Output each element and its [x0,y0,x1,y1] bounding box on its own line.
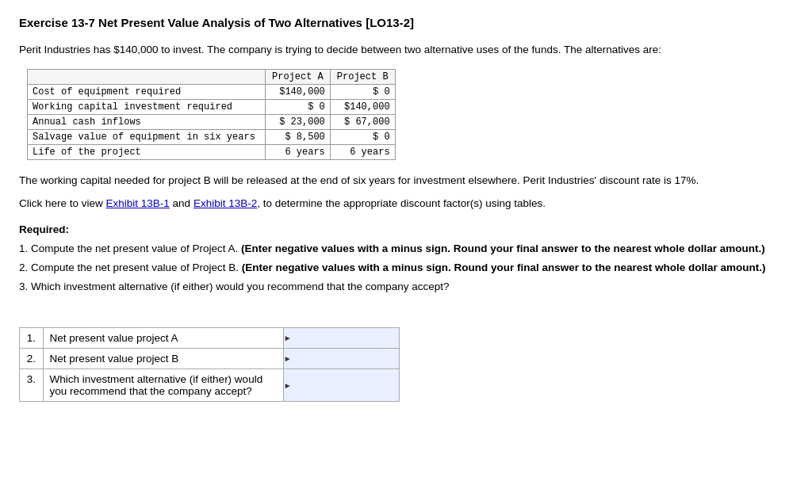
table-value-cell: $ 0 [330,85,395,100]
input-arrow-marker: ► [284,334,292,342]
question-1-bold: (Enter negative values with a minus sign… [241,242,765,254]
table-label-cell: Annual cash inflows [28,115,266,130]
question-2: 2. Compute the net present value of Proj… [19,258,793,277]
answer-row-label: Net present value project A [43,327,283,348]
exhibit-13b-1-link[interactable]: Exhibit 13B-1 [106,197,170,209]
answer-row-label: Which investment alternative (if either)… [43,368,283,401]
question-3: 3. Which investment alternative (if eith… [19,277,793,296]
table-value-cell: $ 23,000 [266,115,331,130]
working-capital-note: The working capital needed for project B… [19,173,793,189]
table-label-cell: Salvage value of equipment in six years [28,130,266,145]
intro-text: Perit Industries has $140,000 to invest.… [19,42,793,58]
table-label-cell: Cost of equipment required [28,85,266,100]
answer-table: 1.Net present value project A►2.Net pres… [19,327,400,402]
answer-input-2[interactable] [290,353,393,365]
data-table: Project A Project B Cost of equipment re… [27,69,396,160]
table-value-cell: $140,000 [266,85,331,100]
table-label-cell: Working capital investment required [28,100,266,115]
required-label: Required: [19,220,793,239]
table-value-cell: $ 0 [266,100,331,115]
page-container: Exercise 13-7 Net Present Value Analysis… [19,16,793,402]
col-header-project-a: Project A [266,70,331,85]
exhibit-13b-2-link[interactable]: Exhibit 13B-2 [193,197,257,209]
answer-input-cell[interactable]: ► [283,348,399,368]
question-2-bold: (Enter negative values with a minus sign… [242,262,766,273]
answer-row-num: 2. [20,348,44,368]
required-section: Required: 1. Compute the net present val… [19,220,793,297]
click-here-suffix: , to determine the appropriate discount … [257,197,546,209]
table-label-cell: Life of the project [28,145,266,160]
table-value-cell: $ 8,500 [266,130,331,145]
answer-row-num: 1. [20,327,44,348]
col-header-empty [28,70,266,85]
page-title: Exercise 13-7 Net Present Value Analysis… [19,16,793,29]
question-1-prefix: 1. Compute the net present value of Proj… [19,242,241,254]
input-arrow-marker: ► [284,380,292,389]
answer-row-label: Net present value project B [43,348,283,368]
table-value-cell: $ 0 [330,130,395,145]
input-arrow-marker: ► [284,354,292,363]
click-here-prefix: Click here to view [19,197,106,209]
question-2-prefix: 2. Compute the net present value of Proj… [19,262,242,273]
answer-input-cell[interactable]: ► [283,368,399,401]
answer-input-cell[interactable]: ► [283,327,399,348]
answer-row-num: 3. [20,368,44,401]
table-value-cell: 6 years [330,145,395,160]
exhibit-links: Click here to view Exhibit 13B-1 and Exh… [19,197,793,209]
table-value-cell: 6 years [266,145,331,160]
answer-input-1[interactable] [290,332,393,344]
table-value-cell: $ 67,000 [330,115,395,130]
table-value-cell: $140,000 [330,100,395,115]
and-text: and [170,197,193,209]
col-header-project-b: Project B [330,70,395,85]
answer-input-3[interactable] [290,379,393,391]
question-1: 1. Compute the net present value of Proj… [19,239,793,258]
